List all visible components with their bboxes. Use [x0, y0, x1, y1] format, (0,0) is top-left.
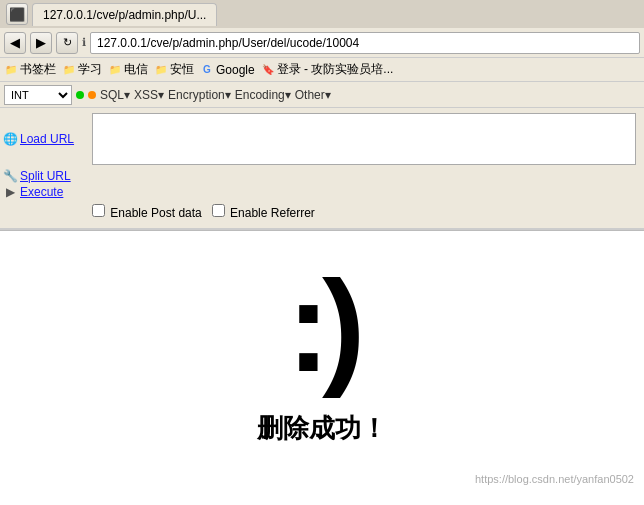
status-dot-green	[76, 91, 84, 99]
split-url-row: 🔧 Split URL	[0, 168, 644, 184]
sql-menu[interactable]: SQL▾	[100, 88, 130, 102]
load-url-button[interactable]: Load URL	[20, 132, 92, 146]
browser-tab[interactable]: 127.0.0.1/cve/p/admin.php/U...	[32, 3, 217, 26]
back-button[interactable]: ◀	[4, 32, 26, 54]
bookmark-google[interactable]: G Google	[200, 63, 255, 77]
bookmark-dianxin[interactable]: 📁 电信	[108, 61, 148, 78]
bookmarks-label: 书签栏	[20, 61, 56, 78]
watermark: https://blog.csdn.net/yanfan0502	[475, 473, 634, 485]
xuexi-icon: 📁	[62, 63, 76, 77]
secure-icon: ℹ	[82, 36, 86, 49]
load-icon: 🌐	[0, 132, 20, 146]
url-bar[interactable]	[90, 32, 640, 54]
smiley-face: :)	[287, 261, 358, 391]
nav-bar: ◀ ▶ ↻ ℹ	[0, 28, 644, 58]
execute-icon: ▶	[0, 185, 20, 199]
forward-button[interactable]: ▶	[30, 32, 52, 54]
dianxin-icon: 📁	[108, 63, 122, 77]
login-icon: 🔖	[261, 63, 275, 77]
xuexi-label: 学习	[78, 61, 102, 78]
window-icon: ⬛	[6, 3, 28, 25]
anheng-label: 安恒	[170, 61, 194, 78]
execute-row: ▶ Execute	[0, 184, 644, 200]
enable-referrer-checkbox[interactable]	[212, 204, 225, 217]
login-label: 登录 - 攻防实验员培...	[277, 61, 394, 78]
split-icon: 🔧	[0, 169, 20, 183]
anheng-icon: 📁	[154, 63, 168, 77]
title-bar: ⬛ 127.0.0.1/cve/p/admin.php/U...	[0, 0, 644, 28]
execute-button[interactable]: Execute	[20, 185, 92, 199]
hackbar-type-select[interactable]: INT STRING	[4, 85, 72, 105]
hackbar-checkboxes: Enable Post data Enable Referrer	[0, 200, 644, 222]
url-textarea[interactable]	[92, 113, 636, 165]
dianxin-label: 电信	[124, 61, 148, 78]
enable-referrer-label[interactable]: Enable Referrer	[212, 204, 315, 220]
browser-chrome: ⬛ 127.0.0.1/cve/p/admin.php/U... ◀ ▶ ↻ ℹ…	[0, 0, 644, 231]
hackbar-panel: 🌐 Load URL 🔧 Split URL ▶ Execute Enable …	[0, 108, 644, 230]
enable-post-text: Enable Post data	[110, 206, 201, 220]
bookmark-xuexi[interactable]: 📁 学习	[62, 61, 102, 78]
other-menu[interactable]: Other▾	[295, 88, 331, 102]
page-content: :) 删除成功！	[0, 231, 644, 466]
bookmarks-folder[interactable]: 📁 书签栏	[4, 61, 56, 78]
reload-button[interactable]: ↻	[56, 32, 78, 54]
enable-referrer-text: Enable Referrer	[230, 206, 315, 220]
google-label: Google	[216, 63, 255, 77]
encryption-menu[interactable]: Encryption▾	[168, 88, 231, 102]
success-message: 删除成功！	[257, 411, 387, 446]
bookmark-login[interactable]: 🔖 登录 - 攻防实验员培...	[261, 61, 394, 78]
status-dot-orange	[88, 91, 96, 99]
xss-menu[interactable]: XSS▾	[134, 88, 164, 102]
tab-label: 127.0.0.1/cve/p/admin.php/U...	[43, 8, 206, 22]
bookmarks-bar: 📁 书签栏 📁 学习 📁 电信 📁 安恒 G Google 🔖 登录 - 攻防实…	[0, 58, 644, 82]
google-icon: G	[200, 63, 214, 77]
bookmarks-folder-icon: 📁	[4, 63, 18, 77]
hackbar-toolbar: INT STRING SQL▾ XSS▾ Encryption▾ Encodin…	[0, 82, 644, 108]
enable-post-label[interactable]: Enable Post data	[92, 204, 202, 220]
load-url-row: 🌐 Load URL	[0, 112, 644, 166]
encoding-menu[interactable]: Encoding▾	[235, 88, 291, 102]
bookmark-anheng[interactable]: 📁 安恒	[154, 61, 194, 78]
split-url-button[interactable]: Split URL	[20, 169, 92, 183]
enable-post-checkbox[interactable]	[92, 204, 105, 217]
